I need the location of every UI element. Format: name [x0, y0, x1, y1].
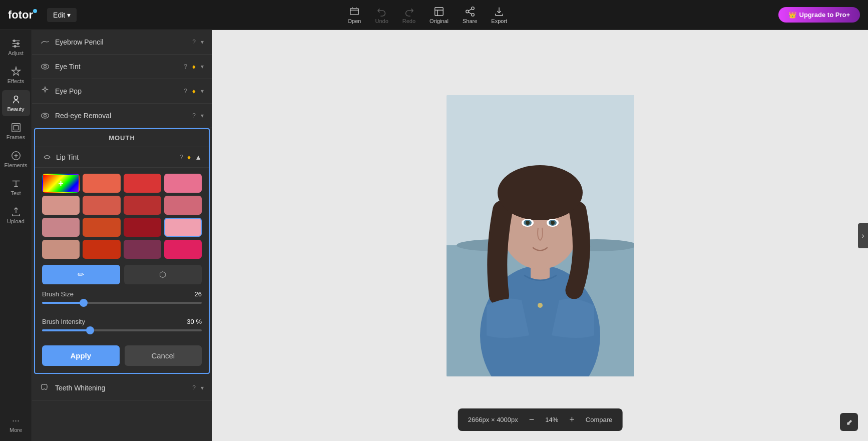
action-buttons: Apply Cancel	[35, 345, 209, 373]
svg-point-5	[13, 40, 15, 42]
undo-button[interactable]: Undo	[375, 6, 388, 24]
svg-point-27	[526, 221, 530, 225]
portrait-svg	[447, 95, 634, 376]
color-swatch-coral1[interactable]	[83, 174, 120, 193]
sidebar-item-beauty[interactable]: Beauty	[2, 90, 30, 116]
edit-button[interactable]: Edit ▾	[47, 8, 77, 22]
color-swatch-orange1[interactable]	[83, 218, 120, 237]
right-collapse-button[interactable]: ›	[858, 223, 868, 248]
redo-icon	[403, 6, 414, 17]
lip-tint-icon	[42, 152, 52, 162]
redo-button[interactable]: Redo	[402, 6, 415, 24]
more-label: More	[10, 427, 22, 433]
sidebar-item-elements[interactable]: Elements	[2, 146, 30, 172]
eyebrow-help-icon[interactable]: ?	[192, 39, 196, 46]
brush-size-fill	[42, 302, 84, 304]
red-eye-help-icon[interactable]: ?	[192, 112, 196, 119]
color-swatch-coral2[interactable]	[83, 196, 120, 215]
elements-label: Elements	[5, 162, 28, 168]
zoom-in-button[interactable]: +	[566, 413, 578, 426]
open-button[interactable]: Open	[348, 6, 361, 24]
eye-pop-help-icon[interactable]: ?	[184, 88, 187, 95]
export-button[interactable]: Export	[491, 6, 507, 24]
canvas-area: 2666px × 4000px − 14% + Compare › ⬋	[212, 30, 868, 441]
zoom-level: 14%	[545, 416, 558, 423]
text-label: Text	[11, 190, 21, 196]
red-eye-removal-item[interactable]: Red-eye Removal ? ▾	[32, 104, 212, 128]
svg-rect-1	[435, 7, 444, 16]
svg-point-14	[42, 113, 49, 118]
color-swatch-rose1[interactable]	[164, 196, 202, 215]
lip-tint-row[interactable]: Lip Tint ? ♦ ▲	[35, 147, 209, 168]
color-swatch-hotpink[interactable]	[164, 240, 202, 259]
eraser-icon: ⬡	[159, 270, 166, 279]
beauty-icon	[11, 94, 22, 105]
sidebar-item-adjust[interactable]: Adjust	[2, 34, 30, 60]
color-swatch-pink1[interactable]	[164, 174, 202, 193]
brush-button[interactable]: ✏	[42, 265, 120, 284]
photo-image	[447, 95, 634, 376]
color-swatch-orange2[interactable]	[83, 240, 120, 259]
sidebar-item-frames[interactable]: Frames	[2, 118, 30, 144]
share-icon	[465, 6, 476, 17]
color-swatch-rainbow[interactable]: +	[42, 174, 80, 193]
eye-tint-help-icon[interactable]: ?	[184, 63, 187, 70]
brush-intensity-row: Brush Intensity 30 %	[42, 318, 202, 325]
upgrade-label: Upgrade to Pro+	[799, 11, 850, 19]
logo: fotor	[8, 9, 39, 22]
zoom-out-button[interactable]: −	[526, 413, 538, 426]
lip-tint-collapse-icon[interactable]: ▲	[195, 153, 202, 161]
color-swatch-blush2[interactable]	[42, 218, 80, 237]
color-swatch-blush1[interactable]	[42, 196, 80, 215]
color-swatch-red1[interactable]	[124, 174, 161, 193]
sidebar-item-effects[interactable]: Effects	[2, 62, 30, 88]
eye-pop-label: Eye Pop	[55, 87, 177, 95]
sidebar-item-upload[interactable]: Upload	[2, 202, 30, 228]
mouth-header: MOUTH	[35, 129, 209, 147]
eye-pop-item[interactable]: Eye Pop ? ♦ ▾	[32, 79, 212, 104]
color-swatch-lightpink[interactable]	[164, 218, 202, 237]
eye-pop-arrow-icon: ▾	[201, 88, 204, 95]
cancel-button[interactable]: Cancel	[125, 345, 202, 366]
svg-rect-9	[12, 124, 20, 132]
red-eye-label: Red-eye Removal	[55, 112, 185, 120]
share-button[interactable]: Share	[463, 6, 477, 24]
sidebar-item-more[interactable]: ··· More	[2, 411, 30, 437]
corner-nav-button[interactable]: ⬋	[840, 413, 858, 431]
main-area: Adjust Effects Beauty Frames Elements Te…	[0, 30, 868, 441]
teeth-help-icon[interactable]: ?	[192, 384, 196, 391]
original-button[interactable]: Original	[429, 6, 449, 24]
compare-button[interactable]: Compare	[586, 416, 612, 423]
teeth-whitening-item[interactable]: Teeth Whitening ? ▾	[32, 376, 212, 400]
eraser-button[interactable]: ⬡	[124, 265, 202, 284]
image-dimensions: 2666px × 4000px	[468, 416, 518, 423]
svg-point-30	[551, 221, 555, 225]
color-swatch-darkred1[interactable]	[124, 218, 161, 237]
color-swatch-peach1[interactable]	[42, 240, 80, 259]
svg-point-7	[14, 46, 16, 48]
eye-pop-pro-icon: ♦	[192, 87, 196, 95]
edit-label: Edit	[53, 11, 65, 19]
photo-container	[447, 95, 634, 376]
color-swatch-purple1[interactable]	[124, 240, 161, 259]
color-swatch-crimson1[interactable]	[124, 196, 161, 215]
brush-intensity-track[interactable]	[42, 329, 202, 331]
red-eye-arrow-icon: ▾	[201, 112, 204, 119]
undo-label: Undo	[375, 18, 388, 24]
share-label: Share	[463, 18, 477, 24]
brush-intensity-value: 30 %	[187, 318, 202, 325]
mouth-title: MOUTH	[109, 134, 135, 142]
eyebrow-pencil-item[interactable]: Eyebrow Pencil ? ▾	[32, 30, 212, 55]
icon-sidebar: Adjust Effects Beauty Frames Elements Te…	[0, 30, 32, 441]
apply-button[interactable]: Apply	[42, 345, 120, 366]
svg-point-2	[471, 7, 474, 10]
lip-tint-help-icon[interactable]: ?	[180, 154, 183, 161]
eye-tint-arrow-icon: ▾	[201, 63, 204, 70]
brush-size-track[interactable]	[42, 302, 202, 304]
red-eye-icon	[40, 111, 50, 121]
sidebar-item-text[interactable]: Text	[2, 174, 30, 200]
eye-tint-item[interactable]: Eye Tint ? ♦ ▾	[32, 55, 212, 79]
svg-rect-0	[350, 8, 359, 15]
beauty-label: Beauty	[7, 106, 24, 112]
upgrade-button[interactable]: 👑 Upgrade to Pro+	[778, 7, 860, 23]
